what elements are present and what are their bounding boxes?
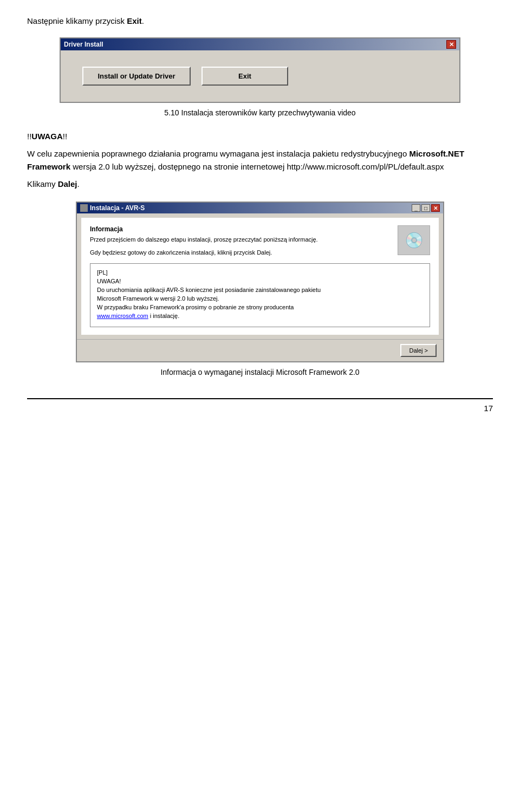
warning-body: W celu zapewnienia poprawnego działania … — [27, 147, 493, 173]
exit-button[interactable]: Exit — [202, 67, 288, 86]
install-titlebar: Instalacja - AVR-S _ □ ✕ — [77, 203, 443, 213]
instalacja-window: Instalacja - AVR-S _ □ ✕ 💿 Informacja Pr… — [76, 202, 444, 362]
install-close-button[interactable]: ✕ — [431, 204, 440, 212]
intro-after: . — [142, 16, 144, 25]
note-line4-after: i instalację. — [148, 313, 179, 319]
warning-dalej: Klikamy Dalej. — [27, 178, 493, 191]
note-label: [PL] — [97, 269, 423, 276]
driver-window-title: Driver Install — [64, 41, 103, 48]
install-note-box: [PL] UWAGA! Do uruchomiania aplikacji AV… — [90, 263, 430, 327]
note-line2: Microsoft Framework w wersji 2.0 lub wyż… — [97, 295, 423, 302]
caption-1: 5.10 Instalacja sterowników karty przech… — [27, 108, 493, 117]
driver-close-button[interactable]: ✕ — [446, 40, 456, 49]
install-maximize-button[interactable]: □ — [421, 204, 430, 212]
warning-title: !!UWAGA!! — [27, 130, 493, 143]
install-footer: Dalej > — [77, 339, 443, 361]
note-link[interactable]: www.microsoft.com — [97, 313, 148, 319]
intro-bold: Exit — [127, 16, 142, 25]
driver-install-window: Driver Install ✕ Install or Update Drive… — [60, 37, 460, 103]
intro-paragraph: Następnie klikamy przycisk Exit. — [27, 16, 493, 25]
note-uwaga: UWAGA! — [97, 278, 423, 284]
note-line1: Do uruchomiania aplikacji AVR-S konieczn… — [97, 287, 423, 293]
page-footer: 17 — [27, 398, 493, 413]
driver-body: Install or Update Driver Exit — [61, 50, 459, 102]
install-window-controls: _ □ ✕ — [412, 204, 440, 212]
install-body: 💿 Informacja Przed przejściem do dalszeg… — [81, 218, 439, 335]
intro-before: Następnie klikamy przycisk — [27, 16, 127, 25]
note-line4: www.microsoft.com i instalację. — [97, 313, 423, 319]
caption-2: Informacja o wymaganej instalacji Micros… — [27, 368, 493, 376]
dalej-button[interactable]: Dalej > — [400, 344, 437, 357]
driver-titlebar: Driver Install ✕ — [61, 38, 459, 50]
install-section-subtitle: Przed przejściem do dalszego etapu insta… — [90, 236, 430, 243]
install-update-driver-button[interactable]: Install or Update Driver — [82, 67, 191, 86]
install-window-title: Instalacja - AVR-S — [90, 204, 145, 212]
install-title-area: Instalacja - AVR-S — [80, 204, 145, 212]
install-minimize-button[interactable]: _ — [412, 204, 420, 212]
install-section-title: Informacja — [90, 225, 430, 233]
install-ready-text: Gdy będziesz gotowy do zakończenia insta… — [90, 249, 430, 256]
warning-section: !!UWAGA!! W celu zapewnienia poprawnego … — [27, 130, 493, 191]
page-number: 17 — [484, 404, 493, 413]
install-icon: 💿 — [398, 225, 430, 255]
note-line3: W przypadku braku Framework'a prosimy o … — [97, 304, 423, 310]
install-window-icon — [80, 204, 88, 212]
